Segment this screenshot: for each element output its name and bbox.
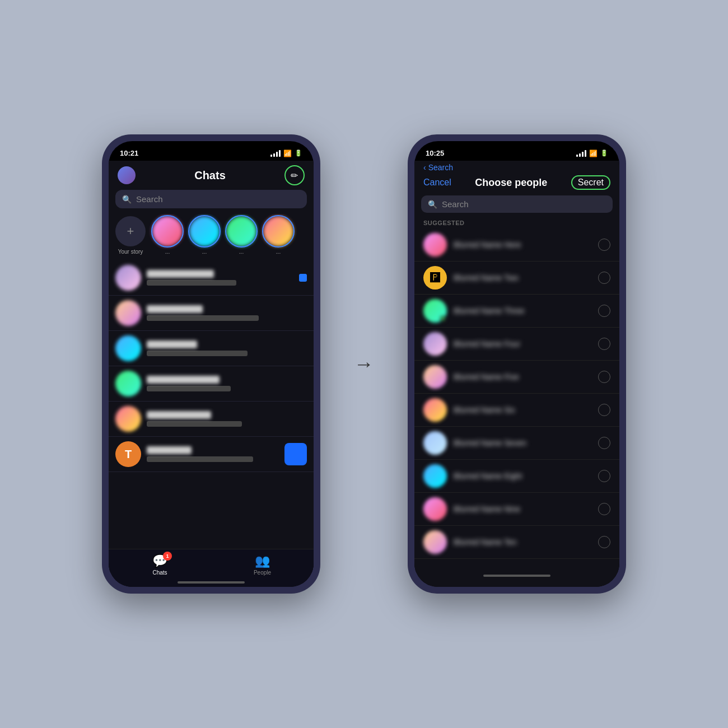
compose-button[interactable]: ✏ — [284, 165, 305, 185]
people-name: Blurred Name Here — [454, 240, 591, 249]
select-checkbox[interactable] — [598, 437, 610, 449]
chat-item[interactable] — [109, 331, 314, 366]
left-search-bar[interactable]: 🔍 Search — [115, 190, 307, 208]
story-avatar-4 — [263, 216, 293, 246]
people-item[interactable]: Blurred Name Five — [414, 361, 619, 394]
story-item-3[interactable]: ... — [226, 216, 256, 255]
story-avatar-2 — [189, 216, 220, 246]
select-checkbox[interactable] — [598, 536, 610, 548]
chat-info — [147, 340, 307, 356]
chat-avatar: T — [115, 441, 141, 467]
home-indicator — [178, 581, 245, 584]
chats-tab-label: Chats — [152, 570, 167, 576]
people-list: Blurred Name Here 🅿 Blurred Name Two Blu… — [414, 228, 619, 570]
chats-tab-icon: 💬 1 — [152, 554, 167, 568]
people-name: Blurred Name Five — [454, 372, 591, 381]
chevron-left-icon: ‹ — [423, 163, 426, 172]
people-avatar — [423, 464, 447, 488]
story-label-4: ... — [276, 249, 281, 255]
add-story-button[interactable]: + — [115, 216, 146, 246]
chat-meta — [299, 274, 307, 282]
chat-list: T — [109, 260, 314, 549]
people-avatar — [423, 530, 447, 554]
back-label: Search — [428, 163, 453, 172]
wifi-icon: 📶 — [283, 150, 292, 157]
people-item[interactable]: 🅿 Blurred Name Two — [414, 262, 619, 295]
people-item[interactable]: Blurred Name Ten — [414, 526, 619, 559]
people-avatar — [423, 299, 447, 323]
tab-people[interactable]: 👥 People — [211, 554, 314, 576]
chat-preview — [147, 351, 248, 356]
people-item[interactable]: Blurred Name Three — [414, 295, 619, 328]
people-item[interactable]: Blurred Name Nine — [414, 493, 619, 526]
people-item[interactable]: Blurred Name Four — [414, 328, 619, 361]
stories-row: + Your story ... ... — [109, 214, 314, 260]
choose-people-header: Cancel Choose people Secret — [414, 172, 619, 195]
user-avatar — [118, 166, 136, 184]
add-story-item[interactable]: + Your story — [115, 216, 146, 255]
people-name: Blurred Name Ten — [454, 538, 591, 547]
select-checkbox[interactable] — [598, 305, 610, 317]
chat-item[interactable] — [109, 366, 314, 402]
people-avatar — [423, 497, 447, 521]
chat-preview — [147, 280, 236, 286]
chat-name — [147, 446, 192, 454]
right-search-bar[interactable]: 🔍 Search — [421, 195, 613, 213]
cancel-button[interactable]: Cancel — [423, 178, 451, 188]
story-item-2[interactable]: ... — [189, 216, 220, 255]
select-checkbox[interactable] — [598, 338, 610, 350]
left-phone: 10:21 📶 🔋 Chats ✏ — [102, 134, 320, 594]
chat-preview — [147, 421, 242, 427]
select-checkbox[interactable] — [598, 503, 610, 515]
wifi-icon: 📶 — [589, 150, 598, 157]
chats-badge: 1 — [163, 552, 172, 561]
select-checkbox[interactable] — [598, 272, 610, 284]
people-name: Blurred Name Four — [454, 339, 591, 348]
tab-chats[interactable]: 💬 1 Chats — [109, 554, 211, 576]
chat-item[interactable] — [109, 260, 314, 296]
chat-item[interactable] — [109, 296, 314, 331]
chat-meta — [284, 443, 307, 465]
story-label-2: ... — [202, 249, 207, 255]
back-button[interactable]: ‹ Search — [423, 163, 453, 172]
chat-unread-badge — [299, 274, 307, 282]
people-avatar: 🅿 — [423, 266, 447, 290]
chat-item[interactable] — [109, 402, 314, 437]
chat-name — [147, 411, 211, 419]
signal-icon — [576, 150, 586, 157]
people-avatar — [423, 431, 447, 455]
secret-button[interactable]: Secret — [571, 175, 610, 190]
people-name: Blurred Name Two — [454, 273, 591, 282]
home-indicator — [483, 575, 550, 577]
story-avatar-3 — [226, 216, 256, 246]
chat-sticker — [284, 443, 307, 465]
left-time: 10:21 — [120, 149, 138, 157]
back-nav: ‹ Search — [414, 161, 619, 172]
people-item[interactable]: Blurred Name Seven — [414, 427, 619, 460]
left-screen: Chats ✏ 🔍 Search + Your story — [109, 161, 314, 587]
people-item[interactable]: Blurred Name Eight — [414, 460, 619, 493]
people-item[interactable]: Blurred Name Six — [414, 394, 619, 427]
people-tab-icon: 👥 — [255, 554, 270, 568]
chat-avatar — [115, 371, 141, 396]
compose-icon: ✏ — [291, 170, 298, 181]
notch — [175, 141, 248, 157]
people-item[interactable]: Blurred Name Here — [414, 228, 619, 262]
search-icon: 🔍 — [122, 195, 132, 204]
select-checkbox[interactable] — [598, 470, 610, 482]
left-status-icons: 📶 🔋 — [270, 150, 302, 157]
story-item-4[interactable]: ... — [263, 216, 293, 255]
select-checkbox[interactable] — [598, 371, 610, 383]
people-avatar — [423, 365, 447, 389]
story-item-1[interactable]: ... — [152, 216, 183, 255]
chat-info — [147, 376, 307, 391]
choose-people-title: Choose people — [475, 177, 547, 189]
battery-icon: 🔋 — [600, 150, 608, 157]
left-nav-header: Chats ✏ — [109, 161, 314, 190]
suggested-section-label: SUGGESTED — [414, 216, 619, 228]
people-name: Blurred Name Seven — [454, 438, 591, 447]
select-checkbox[interactable] — [598, 239, 610, 251]
right-screen: ‹ Search Cancel Choose people Secret 🔍 S… — [414, 161, 619, 587]
select-checkbox[interactable] — [598, 404, 610, 416]
chat-item[interactable]: T — [109, 437, 314, 472]
